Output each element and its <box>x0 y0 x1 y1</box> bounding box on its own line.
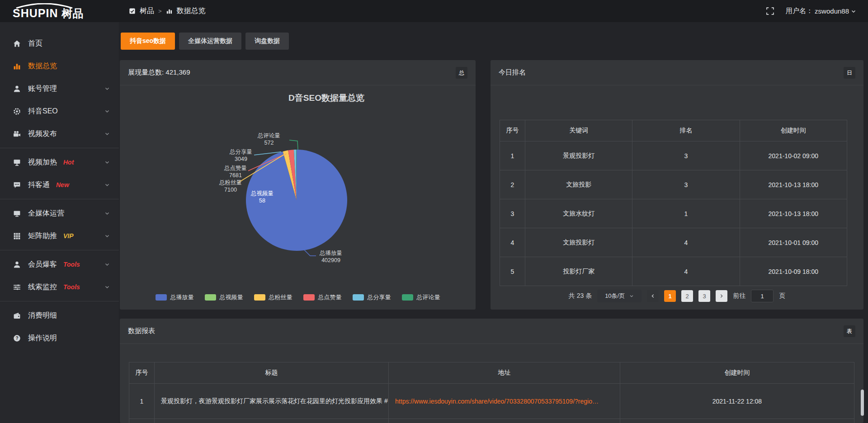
top-bar: SHUPIN 树品 树品 > 数据总览 用户名：zswodun88 <box>0 0 868 22</box>
sidebar-item-home[interactable]: 首页 <box>0 32 119 55</box>
sidebar-divider <box>0 199 119 199</box>
breadcrumb-current: 数据总览 <box>177 6 206 16</box>
total-view-button[interactable]: 总 <box>456 67 467 79</box>
pie-label-comments: 总评论量572 <box>250 132 288 146</box>
table-row: 3文旅水纹灯12021-10-13 18:00 <box>500 199 847 228</box>
breadcrumb: 树品 > 数据总览 <box>129 6 206 16</box>
sidebar-item-member-burst[interactable]: 会员爆客 Tools <box>0 253 119 276</box>
sidebar-item-doukertong[interactable]: 抖客通 New <box>0 174 119 196</box>
tools-badge: Tools <box>63 261 80 268</box>
sidebar-divider <box>0 148 119 148</box>
chevron-down-icon <box>104 211 110 216</box>
next-page-button[interactable] <box>716 290 727 302</box>
fullscreen-icon[interactable] <box>766 7 774 15</box>
username: zswodun88 <box>815 7 849 15</box>
legend-item[interactable]: 总粉丝量 <box>254 293 292 301</box>
ranking-panel: 今日排名 日 序号 关键词 排名 创建时间 1景观投影灯32021-10-02 … <box>491 60 863 310</box>
app-icon <box>129 8 136 14</box>
chevron-down-icon <box>104 284 110 290</box>
legend-swatch <box>353 294 364 301</box>
sidebar-item-consumption[interactable]: 消费明细 <box>0 304 119 327</box>
chart-legend: 总播放量 总视频量 总粉丝量 总点赞量 总分享量 总评论量 <box>120 293 476 301</box>
breadcrumb-root[interactable]: 树品 <box>140 6 154 16</box>
legend-swatch <box>156 294 167 301</box>
chevron-down-icon <box>104 233 110 239</box>
user-icon <box>13 85 21 93</box>
sidebar-item-label: 矩阵助推 <box>28 231 57 241</box>
page-size-select[interactable]: 10条/页 <box>597 290 642 302</box>
sidebar-item-help[interactable]: ? 操作说明 <box>0 327 119 349</box>
pie-label-likes: 总点赞量7681 <box>216 164 255 179</box>
username-label: 用户名： <box>786 7 813 15</box>
sidebar-item-matrix-boost[interactable]: 矩阵助推 VIP <box>0 225 119 247</box>
legend-item[interactable]: 总评论量 <box>402 293 440 301</box>
report-row-title: 景观投影灯，夜游景观投影灯厂家展示展示落花灯在花园里的灯光投影应用效果 # <box>155 384 389 419</box>
page-button-3[interactable]: 3 <box>698 290 710 302</box>
tab-douyin-seo[interactable]: 抖音seo数据 <box>121 33 175 50</box>
goto-page-input[interactable] <box>751 290 774 302</box>
sidebar-item-label: 首页 <box>28 39 42 48</box>
legend-item[interactable]: 总分享量 <box>353 293 391 301</box>
chat-icon <box>13 181 21 189</box>
pie-chart: D音SEO数据量总览 总评论量572 总分享量3049 总点赞量7681 总粉丝… <box>120 85 476 310</box>
sidebar-item-video-publish[interactable]: 视频发布 <box>0 122 119 145</box>
sidebar-item-media-ops[interactable]: 全媒体运营 <box>0 202 119 225</box>
tab-inquiry[interactable]: 询盘数据 <box>245 33 289 50</box>
chevron-down-icon <box>629 294 634 298</box>
table-header-row: 序号 标题 地址 创建时间 <box>129 362 854 384</box>
sidebar-item-video-heat[interactable]: 视频加热 Hot <box>0 151 119 174</box>
sidebar-item-label: 操作说明 <box>28 334 57 343</box>
question-circle-icon: ? <box>13 334 21 342</box>
report-title: 数据报表 <box>128 327 155 335</box>
sidebar-item-account[interactable]: 账号管理 <box>0 77 119 100</box>
pie-label-plays: 总播放量402909 <box>311 249 350 264</box>
sidebar-item-leads-monitor[interactable]: 线索监控 Tools <box>0 276 119 298</box>
logo-text-cn: 树品 <box>61 8 83 19</box>
svg-text:?: ? <box>15 336 18 341</box>
impressions-total: 展现量总数: 421,369 <box>128 68 190 77</box>
tools-badge: Tools <box>63 283 80 291</box>
table-row: 1景观投影灯32021-10-02 09:00 <box>500 141 847 170</box>
sidebar-item-label: 账号管理 <box>28 84 57 94</box>
table-view-button[interactable]: 表 <box>844 325 855 337</box>
chart-icon <box>166 8 173 14</box>
monitor-icon <box>13 209 21 217</box>
report-link[interactable]: https://www.iesdouyin.com/share/video/70… <box>395 398 599 405</box>
ranking-title: 今日排名 <box>499 68 526 77</box>
page-scrollbar[interactable] <box>861 390 864 416</box>
chevron-down-icon <box>851 9 856 14</box>
video-camera-icon <box>13 130 21 138</box>
tab-media-ops[interactable]: 全媒体运营数据 <box>179 33 241 50</box>
page-button-1[interactable]: 1 <box>664 290 676 302</box>
table-header-row: 序号 关键词 排名 创建时间 <box>500 120 847 141</box>
goto-unit: 页 <box>779 292 785 300</box>
sidebar: 首页 数据总览 账号管理 抖音SEO 视频发布 视频加热 Hot <box>0 22 119 423</box>
gear-icon <box>13 107 21 115</box>
breadcrumb-separator: > <box>158 8 162 14</box>
grid-icon <box>13 232 21 240</box>
legend-swatch <box>254 294 265 301</box>
sidebar-item-label: 线索监控 <box>28 282 57 292</box>
sidebar-item-data-overview[interactable]: 数据总览 <box>0 55 119 77</box>
sidebar-divider <box>0 301 119 301</box>
page-button-2[interactable]: 2 <box>681 290 693 302</box>
legend-item[interactable]: 总播放量 <box>156 293 194 301</box>
sidebar-item-label: 数据总览 <box>28 61 57 71</box>
chevron-right-icon <box>719 294 724 298</box>
app-logo: SHUPIN 树品 <box>0 3 119 19</box>
legend-item[interactable]: 总视频量 <box>205 293 243 301</box>
pagination-total: 共 23 条 <box>569 292 592 300</box>
chevron-down-icon <box>104 86 110 91</box>
pie-label-videos: 总视频量58 <box>243 190 282 204</box>
daily-view-button[interactable]: 日 <box>844 67 855 79</box>
table-row: 2文旅投影32021-10-13 18:00 <box>500 170 847 199</box>
goto-label: 前往 <box>733 292 745 300</box>
vip-badge: VIP <box>63 232 74 240</box>
legend-item[interactable]: 总点赞量 <box>303 293 342 301</box>
sidebar-item-douyin-seo[interactable]: 抖音SEO <box>0 100 119 122</box>
prev-page-button[interactable] <box>647 290 659 302</box>
pagination: 共 23 条 10条/页 1 2 3 前往 页 <box>491 290 863 302</box>
user-menu[interactable]: 用户名：zswodun88 <box>786 7 856 15</box>
wallet-icon <box>13 311 21 320</box>
user-icon <box>13 260 21 268</box>
